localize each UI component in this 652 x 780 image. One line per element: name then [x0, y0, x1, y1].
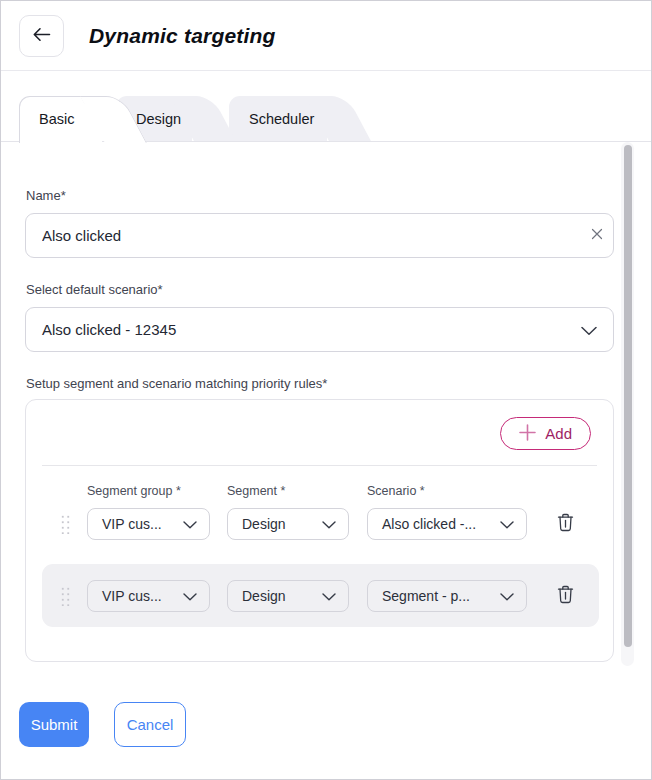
chevron-down-icon [183, 588, 197, 604]
segment-select[interactable]: Design [227, 508, 349, 540]
arrow-left-icon [32, 27, 51, 46]
add-button-label: Add [545, 425, 572, 442]
chevron-down-icon [581, 321, 597, 338]
delete-rule-button[interactable] [554, 512, 576, 536]
rules-divider [42, 465, 597, 466]
name-input[interactable] [25, 213, 614, 258]
cancel-button[interactable]: Cancel [114, 702, 186, 747]
rules-label: Setup segment and scenario matching prio… [26, 376, 327, 391]
tab-label: Basic [39, 96, 74, 141]
clear-name-button[interactable] [587, 225, 607, 245]
segment-group-select[interactable]: VIP cus... [87, 508, 210, 540]
chevron-down-icon [183, 516, 197, 532]
page-title: Dynamic targeting [89, 1, 276, 71]
scenario-select[interactable]: Also clicked -... [367, 508, 527, 540]
scenario-value: Segment - p... [382, 588, 470, 604]
chevron-down-icon [500, 588, 514, 604]
scenario-value: Also clicked -... [382, 516, 476, 532]
segment-group-value: VIP cus... [102, 588, 162, 604]
segment-value: Design [242, 516, 286, 532]
column-scenario: Scenario * [367, 484, 425, 498]
trash-icon [557, 513, 574, 535]
chevron-down-icon [500, 516, 514, 532]
default-scenario-select[interactable]: Also clicked - 12345 [25, 307, 614, 352]
rules-container: Add Segment group * Segment * Scenario *… [25, 399, 614, 662]
segment-group-select[interactable]: VIP cus... [87, 580, 210, 612]
name-label: Name* [26, 188, 66, 203]
rule-row-highlighted: VIP cus... Design Segment - p... [42, 564, 599, 627]
drag-handle-icon[interactable] [60, 586, 71, 606]
segment-value: Design [242, 588, 286, 604]
add-rule-button[interactable]: Add [500, 417, 591, 450]
column-segment-group: Segment group * [87, 484, 181, 498]
default-scenario-label: Select default scenario* [26, 282, 163, 297]
column-segment: Segment * [227, 484, 285, 498]
trash-icon [557, 585, 574, 607]
plus-icon [519, 424, 536, 444]
x-icon [591, 226, 603, 244]
submit-button[interactable]: Submit [19, 702, 89, 747]
tab-basic[interactable]: Basic [19, 96, 136, 143]
default-scenario-value: Also clicked - 12345 [42, 321, 176, 338]
delete-rule-button[interactable] [554, 584, 576, 608]
dynamic-targeting-window: Dynamic targeting Basic Design Scheduler… [0, 0, 652, 780]
drag-handle-icon[interactable] [60, 514, 71, 534]
scenario-select[interactable]: Segment - p... [367, 580, 527, 612]
chevron-down-icon [322, 588, 336, 604]
scrollbar-thumb[interactable] [624, 145, 632, 647]
header: Dynamic targeting [1, 1, 651, 71]
tab-scheduler[interactable]: Scheduler [229, 96, 361, 141]
segment-group-value: VIP cus... [102, 516, 162, 532]
segment-select[interactable]: Design [227, 580, 349, 612]
chevron-down-icon [322, 516, 336, 532]
scrollbar-track[interactable] [621, 142, 634, 666]
back-button[interactable] [19, 15, 64, 57]
tab-label: Scheduler [249, 96, 314, 141]
